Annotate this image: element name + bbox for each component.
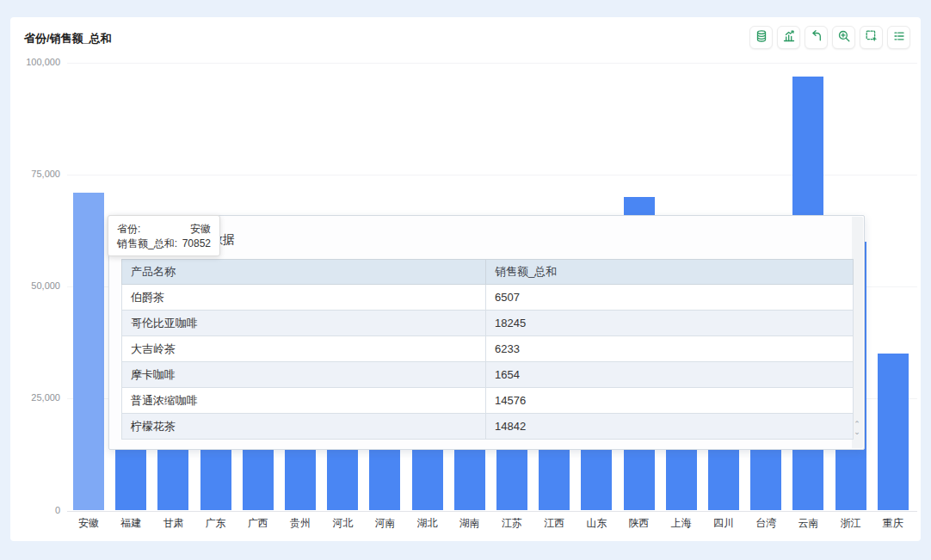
- y-axis-tick-label: 0: [14, 505, 60, 515]
- product-name-cell: 哥伦比亚咖啡: [122, 311, 486, 336]
- x-axis-label-云南: 云南: [786, 516, 829, 531]
- tooltip-row-sales: 销售额_总和: 70852: [117, 237, 211, 251]
- x-axis-label-山东: 山东: [575, 516, 618, 531]
- x-axis-label-河北: 河北: [321, 516, 364, 531]
- y-axis-tick-label: 50,000: [14, 280, 60, 291]
- region-select-icon: [865, 29, 879, 46]
- x-axis-label-甘肃: 甘肃: [151, 516, 194, 531]
- table-view-button[interactable]: [887, 26, 910, 49]
- popup-scroll-buttons[interactable]: ⌃ ⌄: [852, 421, 862, 435]
- tooltip-value: 70852: [182, 237, 211, 251]
- detail-table-row: 摩卡咖啡1654: [122, 362, 854, 388]
- data-source-icon: [755, 29, 768, 46]
- x-axis-label-广西: 广西: [237, 516, 280, 531]
- product-name-cell: 伯爵茶: [122, 285, 486, 311]
- sales-sum-cell: 18245: [486, 311, 854, 336]
- sales-sum-cell: 6507: [486, 285, 854, 311]
- undo-arrow-icon: [810, 29, 823, 46]
- detail-table-row: 柠檬花茶14842: [122, 414, 854, 440]
- x-axis-label-江苏: 江苏: [490, 516, 533, 531]
- x-axis-label-湖南: 湖南: [448, 516, 491, 531]
- x-axis-label-浙江: 浙江: [829, 516, 872, 531]
- sales-sum-cell: 14576: [486, 388, 854, 414]
- x-axis-line: [67, 511, 917, 512]
- y-axis-tick-label: 75,000: [14, 169, 60, 179]
- table-view-icon: [892, 29, 906, 46]
- gridline: [67, 175, 917, 175]
- x-axis-label-福建: 福建: [109, 516, 152, 531]
- x-axis-label-湖北: 湖北: [406, 516, 449, 531]
- scroll-down-icon[interactable]: ⌄: [854, 428, 860, 435]
- detail-table: 产品名称 销售额_总和 伯爵茶6507哥伦比亚咖啡18245大吉岭茶6233摩卡…: [121, 259, 854, 440]
- detail-table-row: 伯爵茶6507: [122, 285, 854, 311]
- bar-重庆[interactable]: [878, 354, 909, 510]
- product-name-cell: 普通浓缩咖啡: [122, 388, 486, 414]
- x-axis-label-贵州: 贵州: [279, 516, 322, 531]
- tooltip-label: 销售额_总和:: [117, 237, 177, 251]
- scroll-up-icon[interactable]: ⌃: [854, 421, 860, 428]
- chart-toolbar: [749, 26, 910, 49]
- x-axis-label-河南: 河南: [363, 516, 406, 531]
- x-axis-label-上海: 上海: [660, 516, 703, 531]
- chart-title: 省份/销售额_总和: [24, 31, 112, 46]
- tooltip-row-province: 省份: 安徽: [117, 222, 211, 237]
- zoom-in-button[interactable]: [832, 26, 855, 49]
- detail-table-header-sales: 销售额_总和: [486, 260, 854, 285]
- product-name-cell: 摩卡咖啡: [122, 362, 486, 388]
- x-axis-label-江西: 江西: [533, 516, 576, 531]
- detail-table-header-product: 产品名称: [122, 260, 486, 285]
- chart-type-icon: [782, 29, 796, 46]
- x-axis-label-广东: 广东: [194, 516, 237, 531]
- sales-sum-cell: 1654: [486, 362, 854, 388]
- x-axis-label-安徽: 安徽: [67, 516, 110, 531]
- chart-type-button[interactable]: [777, 26, 800, 49]
- undo-button[interactable]: [805, 26, 828, 49]
- sales-sum-cell: 14842: [486, 414, 854, 440]
- tooltip-label: 省份:: [117, 222, 140, 237]
- x-axis-label-陕西: 陕西: [618, 516, 661, 531]
- detail-popup[interactable]: 明细数据 产品名称 销售额_总和 伯爵茶6507哥伦比亚咖啡18245大吉岭茶6…: [108, 215, 865, 450]
- product-name-cell: 大吉岭茶: [122, 336, 486, 362]
- x-axis-label-四川: 四川: [702, 516, 745, 531]
- sales-sum-cell: 6233: [486, 336, 854, 362]
- x-axis-label-重庆: 重庆: [872, 516, 915, 531]
- gridline: [67, 63, 917, 64]
- detail-table-row: 哥伦比亚咖啡18245: [122, 311, 854, 336]
- y-axis-tick-label: 25,000: [14, 392, 60, 403]
- x-axis-label-台湾: 台湾: [744, 516, 787, 531]
- product-name-cell: 柠檬花茶: [122, 414, 486, 440]
- detail-table-header-row: 产品名称 销售额_总和: [122, 260, 854, 285]
- region-select-button[interactable]: [860, 26, 883, 49]
- chart-tooltip: 省份: 安徽 销售额_总和: 70852: [108, 215, 220, 256]
- zoom-in-icon: [837, 29, 851, 46]
- data-source-button[interactable]: [749, 26, 773, 49]
- bar-安徽[interactable]: [73, 193, 104, 510]
- tooltip-value: 安徽: [190, 222, 211, 237]
- y-axis-tick-label: 100,000: [14, 57, 60, 67]
- detail-table-row: 大吉岭茶6233: [122, 336, 854, 362]
- chart-card: 025,00050,00075,000100,000安徽福建甘肃广东广西贵州河北…: [10, 17, 921, 541]
- detail-table-row: 普通浓缩咖啡14576: [122, 388, 854, 414]
